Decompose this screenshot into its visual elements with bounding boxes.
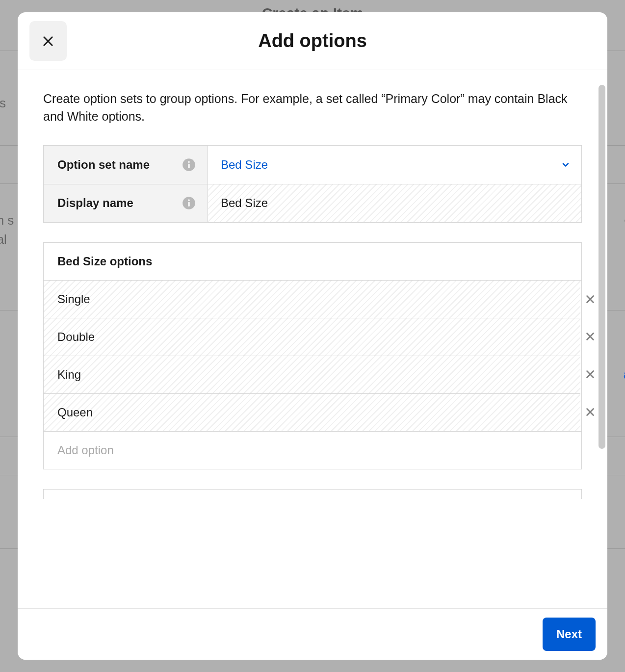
- modal-header: Add options: [18, 12, 607, 70]
- info-icon[interactable]: [182, 158, 196, 172]
- svg-point-6: [188, 199, 190, 201]
- svg-rect-7: [188, 202, 190, 207]
- modal-footer: Next: [18, 608, 607, 660]
- modal-title: Add options: [258, 30, 367, 52]
- config-label-cell: Display name: [44, 184, 208, 222]
- option-set-name-value: Bed Size: [221, 158, 268, 172]
- option-row: Double: [44, 318, 581, 356]
- svg-rect-4: [188, 163, 190, 168]
- option-row: Queen: [44, 393, 581, 431]
- option-set-name-row: Option set name Bed Size: [44, 146, 581, 184]
- modal-description: Create option sets to group options. For…: [43, 90, 582, 126]
- option-set-name-label: Option set name: [57, 158, 150, 172]
- next-button[interactable]: Next: [543, 618, 596, 651]
- close-icon: [585, 407, 596, 417]
- option-item-field[interactable]: Single: [44, 281, 580, 318]
- chevron-down-icon: [561, 160, 571, 170]
- add-options-modal: Add options Create option sets to group …: [18, 12, 607, 660]
- display-name-row: Display name Bed Size: [44, 184, 581, 222]
- option-set-name-select[interactable]: Bed Size: [208, 146, 581, 184]
- close-icon: [585, 294, 596, 305]
- option-row: Single: [44, 281, 581, 318]
- remove-option-button[interactable]: [582, 366, 598, 382]
- close-icon: [41, 34, 55, 48]
- display-name-value: Bed Size: [221, 196, 268, 210]
- display-name-label: Display name: [57, 196, 133, 210]
- options-box: Bed Size options Single Double: [43, 242, 582, 469]
- modal-body: Create option sets to group options. For…: [18, 70, 607, 608]
- info-icon[interactable]: [182, 196, 196, 210]
- backdrop-text: om s mal: [0, 211, 14, 249]
- option-item-field[interactable]: Queen: [44, 393, 580, 431]
- remove-option-button[interactable]: [582, 329, 598, 344]
- option-row: King: [44, 356, 581, 393]
- option-item-field[interactable]: King: [44, 356, 580, 393]
- config-table: Option set name Bed Size Display n: [43, 145, 582, 223]
- remove-option-button[interactable]: [582, 404, 598, 420]
- close-icon: [585, 331, 596, 342]
- options-header: Bed Size options: [44, 243, 581, 281]
- display-name-field[interactable]: Bed Size: [208, 184, 581, 222]
- config-label-cell: Option set name: [44, 146, 208, 184]
- svg-point-3: [188, 161, 190, 163]
- next-section: [43, 489, 582, 499]
- option-item-field[interactable]: Double: [44, 318, 580, 356]
- remove-option-button[interactable]: [582, 291, 598, 307]
- add-option-input[interactable]: Add option: [44, 431, 581, 469]
- close-icon: [585, 369, 596, 380]
- close-button[interactable]: [29, 21, 67, 61]
- backdrop-text: ons: [0, 96, 6, 111]
- scrollbar[interactable]: [599, 85, 605, 449]
